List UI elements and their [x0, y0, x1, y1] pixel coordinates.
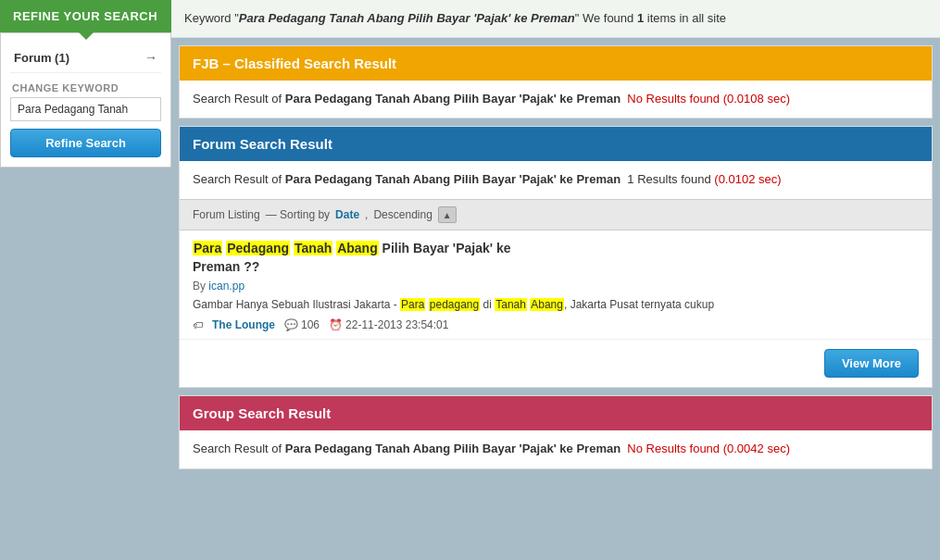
forum-item-meta: The Lounge 💬 106 ⏰ 22-11-2013 23:54:01: [193, 318, 919, 331]
forum-tag-link[interactable]: The Lounge: [212, 318, 275, 331]
fjb-result-prefix: Search Result of: [193, 92, 282, 106]
topbar-prefix: Keyword ": [184, 11, 239, 25]
view-more-button[interactable]: View More: [824, 349, 919, 378]
title-word-preman: Preman ??: [193, 259, 259, 274]
forum-time: (0.0102 sec): [714, 172, 781, 186]
comment-count: 💬 106: [284, 318, 320, 331]
topbar-count-suffix: items in all site: [644, 11, 726, 25]
forum-section-header: Forum Search Result: [180, 127, 932, 161]
topbar-keyword: Para Pedagang Tanah Abang Pilih Bayar 'P…: [239, 11, 575, 25]
fjb-no-results: No Results found: [627, 92, 720, 106]
fjb-time: (0.0108 sec): [723, 92, 790, 106]
group-section: Group Search Result Search Result of Par…: [179, 395, 933, 469]
forum-listing-bar: Forum Listing — Sorting by Date, Descend…: [180, 199, 932, 230]
forum-results-found: 1 Results found: [627, 172, 710, 186]
main-content: Keyword "Para Pedagang Tanah Abang Pilih…: [171, 0, 940, 560]
refine-search-button[interactable]: Refine Search: [10, 129, 161, 157]
fjb-section-body: Search Result of Para Pedagang Tanah Aba…: [180, 81, 932, 118]
tag-icon: [193, 319, 203, 330]
keyword-input[interactable]: [10, 97, 161, 121]
author-link[interactable]: ican.pp: [208, 280, 244, 292]
sidebar: REFINE YOUR SEARCH Forum (1) → CHANGE KE…: [0, 0, 171, 560]
desc-highlight-pedagang: pedagang: [429, 298, 480, 311]
fjb-section: FJB – Classified Search Result Search Re…: [179, 45, 933, 119]
title-word-tanah: Tanah: [294, 241, 332, 255]
forum-label: Forum (1): [14, 51, 69, 65]
forum-item-title: Para Pedagang Tanah Abang Pilih Bayar 'P…: [193, 240, 919, 276]
title-word-pedagang: Pedagang: [226, 241, 290, 255]
sort-order: Descending: [373, 208, 432, 221]
change-keyword-label: CHANGE KEYWORD: [10, 82, 161, 93]
forum-arrow-icon[interactable]: →: [144, 50, 157, 65]
sidebar-header-title: REFINE YOUR SEARCH: [13, 9, 157, 23]
fjb-title: FJB – Classified Search Result: [193, 56, 396, 71]
forum-result-keyword: Para Pedagang Tanah Abang Pilih Bayar 'P…: [285, 172, 620, 186]
forum-row[interactable]: Forum (1) →: [10, 43, 161, 73]
top-bar: Keyword "Para Pedagang Tanah Abang Pilih…: [171, 0, 940, 38]
desc-highlight-para: Para: [400, 298, 425, 311]
group-section-body: Search Result of Para Pedagang Tanah Aba…: [180, 430, 932, 468]
desc-prefix: Gambar Hanya Sebuah Ilustrasi Jakarta -: [193, 298, 400, 311]
forum-listing-label: Forum Listing: [193, 208, 260, 221]
sort-by-date-link[interactable]: Date: [335, 208, 359, 221]
group-no-results: No Results found: [627, 442, 720, 455]
forum-item: Para Pedagang Tanah Abang Pilih Bayar 'P…: [180, 230, 932, 340]
group-time: (0.0042 sec): [723, 442, 790, 455]
title-word-abang: Abang: [336, 241, 379, 255]
forum-section-title: Forum Search Result: [193, 136, 332, 152]
forum-result-prefix: Search Result of: [193, 172, 282, 186]
datetime: ⏰ 22-11-2013 23:54:01: [329, 318, 448, 331]
forum-item-author: By ican.pp: [193, 280, 919, 292]
forum-section: Forum Search Result Search Result of Par…: [179, 126, 933, 388]
view-more-row: View More: [180, 340, 932, 387]
desc-highlight-abang: Abang: [530, 298, 564, 311]
fjb-section-header: FJB – Classified Search Result: [180, 46, 932, 81]
group-result-prefix: Search Result of: [193, 442, 282, 455]
forum-sorting-label: — Sorting by: [266, 208, 330, 221]
sort-toggle-button[interactable]: ▲: [438, 206, 457, 223]
forum-section-body: Search Result of Para Pedagang Tanah Aba…: [180, 161, 932, 199]
sidebar-body: Forum (1) → CHANGE KEYWORD Refine Search: [0, 32, 171, 168]
group-result-keyword: Para Pedagang Tanah Abang Pilih Bayar 'P…: [285, 442, 620, 455]
title-word-para: Para: [193, 241, 222, 255]
title-word-pilih: Pilih Bayar 'Pajak' ke: [382, 241, 511, 255]
author-prefix: By: [193, 280, 206, 292]
sidebar-header: REFINE YOUR SEARCH: [0, 0, 171, 32]
topbar-suffix: " We found: [575, 11, 637, 25]
desc-suffix: , Jakarta Pusat ternyata cukup: [564, 298, 714, 311]
fjb-result-keyword: Para Pedagang Tanah Abang Pilih Bayar 'P…: [285, 92, 620, 106]
forum-item-desc: Gambar Hanya Sebuah Ilustrasi Jakarta - …: [193, 296, 919, 313]
desc-highlight-tanah: Tanah: [495, 298, 527, 311]
group-section-header: Group Search Result: [180, 396, 932, 430]
group-title: Group Search Result: [193, 405, 331, 421]
